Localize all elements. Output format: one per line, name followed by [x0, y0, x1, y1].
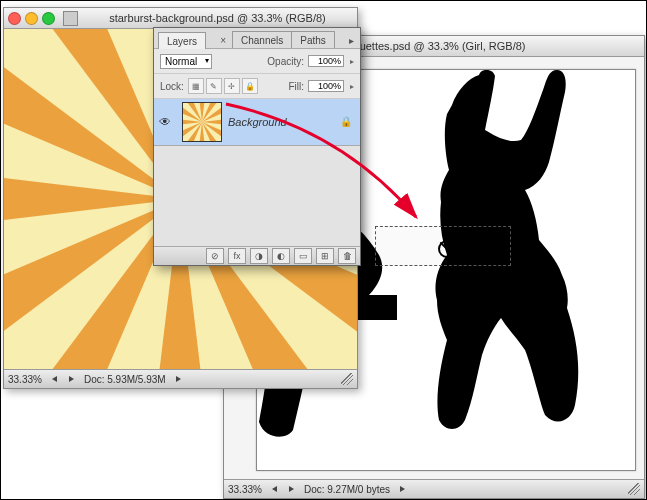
delete-layer-icon[interactable]: 🗑 [338, 248, 356, 264]
layer-style-icon[interactable]: fx [228, 248, 246, 264]
nav-prev-icon[interactable] [52, 376, 57, 382]
zoom-button[interactable] [42, 12, 55, 25]
opacity-slider-icon[interactable]: ▸ [350, 57, 354, 66]
doc-info: Doc: 9.27M/0 bytes [304, 484, 390, 495]
lock-position-icon[interactable]: ✢ [224, 78, 240, 94]
resize-grip-icon[interactable] [628, 483, 640, 495]
tab-paths[interactable]: Paths [291, 31, 335, 48]
zoom-level: 33.33% [228, 484, 262, 495]
tab-channels[interactable]: Channels [232, 31, 292, 48]
close-button[interactable] [8, 12, 21, 25]
panel-tabs: Layers × Channels Paths ▸ [154, 28, 360, 49]
layer-mask-icon[interactable]: ◑ [250, 248, 268, 264]
panel-menu-icon[interactable]: ▸ [347, 33, 356, 48]
resize-grip-icon[interactable] [341, 373, 353, 385]
zoom-level: 33.33% [8, 374, 42, 385]
info-menu-icon[interactable] [176, 376, 181, 382]
status-bar: 33.33% Doc: 9.27M/0 bytes [224, 479, 644, 498]
lock-transparency-icon[interactable]: ▦ [188, 78, 204, 94]
window-controls [8, 12, 55, 25]
visibility-toggle-icon[interactable]: 👁 [154, 115, 176, 129]
tab-layers[interactable]: Layers [158, 32, 206, 49]
new-group-icon[interactable]: ▭ [294, 248, 312, 264]
proxy-icon [63, 11, 78, 26]
doc-info: Doc: 5.93M/5.93M [84, 374, 166, 385]
lock-icons: ▦ ✎ ✢ 🔒 [188, 78, 258, 94]
panel-footer: ⊘ fx ◑ ◐ ▭ ⊞ 🗑 [154, 246, 360, 265]
status-bar: 33.33% Doc: 5.93M/5.93M [4, 369, 357, 388]
nav-prev-icon[interactable] [272, 486, 277, 492]
titlebar[interactable]: starburst-background.psd @ 33.3% (RGB/8) [4, 8, 357, 29]
new-layer-icon[interactable]: ⊞ [316, 248, 334, 264]
nav-next-icon[interactable] [69, 376, 74, 382]
lock-pixels-icon[interactable]: ✎ [206, 78, 222, 94]
fill-field[interactable]: 100% [308, 80, 344, 92]
layer-thumbnail[interactable] [182, 102, 222, 142]
info-menu-icon[interactable] [400, 486, 405, 492]
blend-row: Normal Opacity: 100% ▸ [154, 49, 360, 74]
lock-label: Lock: [160, 81, 184, 92]
close-tab-icon[interactable]: × [218, 33, 228, 48]
lock-all-icon[interactable]: 🔒 [242, 78, 258, 94]
instruction-arrow-icon [221, 99, 431, 229]
fill-label: Fill: [288, 81, 304, 92]
adjustment-layer-icon[interactable]: ◐ [272, 248, 290, 264]
blend-mode-dropdown[interactable]: Normal [160, 54, 212, 69]
link-layers-icon[interactable]: ⊘ [206, 248, 224, 264]
lock-row: Lock: ▦ ✎ ✢ 🔒 Fill: 100% ▸ [154, 74, 360, 99]
no-drop-cursor-icon [438, 240, 456, 258]
fill-slider-icon[interactable]: ▸ [350, 82, 354, 91]
window-title: starburst-background.psd @ 33.3% (RGB/8) [82, 12, 353, 24]
minimize-button[interactable] [25, 12, 38, 25]
opacity-label: Opacity: [267, 56, 304, 67]
opacity-field[interactable]: 100% [308, 55, 344, 67]
nav-next-icon[interactable] [289, 486, 294, 492]
